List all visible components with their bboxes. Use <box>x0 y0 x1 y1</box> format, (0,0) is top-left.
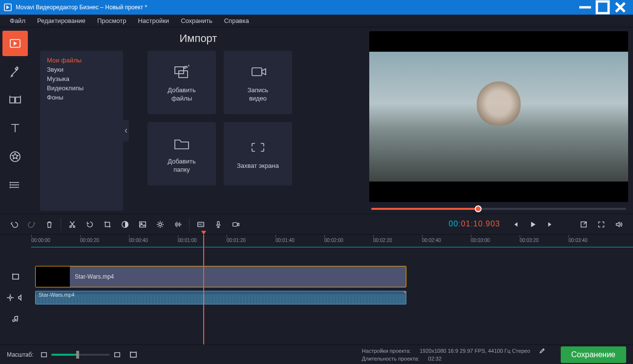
tile-capture-screen-label: Захват экрана <box>237 162 279 170</box>
category-videoclips[interactable]: Видеоклипы <box>47 83 116 93</box>
zoom-in-icon[interactable] <box>114 351 121 358</box>
app-icon <box>4 3 12 11</box>
undo-button[interactable] <box>6 216 22 233</box>
music-track[interactable] <box>31 305 633 332</box>
video-clip-label: Star-Wars.mp4 <box>70 273 114 280</box>
tile-record-video[interactable]: Записьвидео <box>224 51 292 114</box>
clip-properties-button[interactable] <box>152 216 169 233</box>
tool-titles[interactable] <box>2 116 28 141</box>
project-settings-value: 1920x1080 16:9 29.97 FPS, 44100 Гц Стере… <box>420 348 530 355</box>
timecode-seconds: 10 <box>473 220 483 228</box>
timecode: 00:01:10.903 <box>449 220 500 229</box>
save-button[interactable]: Сохранение <box>561 346 626 363</box>
svg-point-33 <box>136 351 137 352</box>
collapse-sidebar-button[interactable] <box>123 120 129 142</box>
tool-stickers[interactable] <box>2 144 28 169</box>
category-my-files[interactable]: Мои файлы <box>47 56 116 65</box>
svg-rect-1 <box>597 1 609 13</box>
ruler-tick: 00:01:00 <box>178 235 197 243</box>
ruler-tick: 00:01:20 <box>227 235 246 243</box>
menu-settings[interactable]: Настройки <box>132 15 175 26</box>
ruler-tick: 00:00:00 <box>31 235 50 243</box>
menu-file[interactable]: Файл <box>4 15 31 26</box>
delete-button[interactable] <box>41 216 58 233</box>
category-backgrounds[interactable]: Фоны <box>47 93 116 102</box>
menu-save[interactable]: Сохранить <box>175 15 218 26</box>
preview-progress[interactable] <box>371 206 626 212</box>
popout-button[interactable] <box>575 216 592 233</box>
audio-clip[interactable]: Star-Wars.mp4 <box>35 291 406 304</box>
clip-thumbnail <box>36 266 70 287</box>
tile-capture-screen[interactable]: Захват экрана <box>224 122 292 185</box>
crop-button[interactable] <box>99 216 116 233</box>
tool-transitions[interactable] <box>2 87 28 113</box>
svg-point-9 <box>10 184 11 186</box>
close-button[interactable] <box>612 0 629 15</box>
zoom-thumb[interactable] <box>76 351 79 359</box>
ruler-tick: 00:03:20 <box>520 235 539 243</box>
project-duration-value: 02:32 <box>428 356 442 362</box>
svg-point-15 <box>70 225 72 227</box>
menu-view[interactable]: Просмотр <box>91 15 132 26</box>
menu-edit[interactable]: Редактирование <box>31 15 91 26</box>
minimize-button[interactable] <box>576 0 594 15</box>
rotate-button[interactable] <box>82 216 98 233</box>
color-adjust-button[interactable] <box>117 216 133 233</box>
timeline-ruler[interactable]: 00:00:00 00:00:20 00:00:40 00:01:00 00:0… <box>31 235 633 247</box>
camera-button[interactable] <box>228 216 244 233</box>
svg-point-27 <box>12 273 13 274</box>
video-clip[interactable]: Star-Wars.mp4 <box>35 266 406 287</box>
audio-properties-button[interactable] <box>169 216 186 233</box>
zoom-slider[interactable] <box>51 354 110 356</box>
tile-add-files[interactable]: Добавитьфайлы <box>148 51 216 114</box>
menu-help[interactable]: Справка <box>218 15 255 26</box>
zoom-control[interactable] <box>41 351 137 359</box>
music-track-header[interactable] <box>0 305 31 332</box>
tile-add-folder[interactable]: Добавитьпапку <box>148 122 216 185</box>
svg-rect-4 <box>16 97 21 103</box>
next-frame-button[interactable] <box>542 216 559 233</box>
linked-audio-track[interactable]: Star-Wars.mp4 <box>31 290 633 305</box>
preview-video[interactable] <box>369 31 628 202</box>
category-sounds[interactable]: Звуки <box>47 65 116 74</box>
play-button[interactable] <box>525 216 541 233</box>
tile-add-files-label: Добавитьфайлы <box>168 86 195 103</box>
svg-point-20 <box>159 223 161 225</box>
tool-import[interactable] <box>2 31 28 56</box>
preview-pane <box>366 27 633 214</box>
zoom-fit-icon[interactable] <box>129 351 137 359</box>
ruler-tick: 00:03:40 <box>569 235 588 243</box>
category-music[interactable]: Музыка <box>47 74 116 83</box>
import-title: Импорт <box>30 27 366 48</box>
cut-button[interactable] <box>64 216 81 233</box>
video-track-header[interactable] <box>0 263 31 290</box>
tool-filters[interactable] <box>2 59 28 84</box>
prev-frame-button[interactable] <box>507 216 524 233</box>
video-track[interactable]: Star-Wars.mp4 <box>31 263 633 290</box>
ruler-tick: 00:03:00 <box>471 235 490 243</box>
ruler-tick: 00:01:40 <box>275 235 295 243</box>
timecode-minutes: 01 <box>461 220 471 228</box>
statusbar: Масштаб: Настройки проекта: 1920x1080 16… <box>0 344 633 364</box>
progress-thumb[interactable] <box>475 205 482 212</box>
ruler-tick: 00:00:40 <box>129 235 148 243</box>
timecode-ms: 903 <box>485 220 500 228</box>
svg-rect-23 <box>217 221 219 224</box>
image-button[interactable] <box>134 216 151 233</box>
svg-rect-14 <box>252 68 262 76</box>
zoom-label: Масштаб: <box>7 351 34 358</box>
ruler-tick: 00:02:40 <box>422 235 441 243</box>
edit-project-settings-button[interactable] <box>539 348 545 355</box>
clip-end-marker[interactable] <box>404 291 406 293</box>
redo-button[interactable] <box>23 216 40 233</box>
audio-track-header[interactable] <box>0 290 31 305</box>
ruler-tick: 00:00:20 <box>80 235 99 243</box>
volume-button[interactable] <box>611 216 627 233</box>
playhead[interactable] <box>203 235 204 344</box>
fullscreen-button[interactable] <box>593 216 610 233</box>
record-button[interactable]: REC <box>192 216 209 233</box>
microphone-button[interactable] <box>210 216 227 233</box>
zoom-out-icon[interactable] <box>41 351 47 358</box>
maximize-button[interactable] <box>594 0 612 15</box>
tool-more[interactable] <box>2 172 28 198</box>
